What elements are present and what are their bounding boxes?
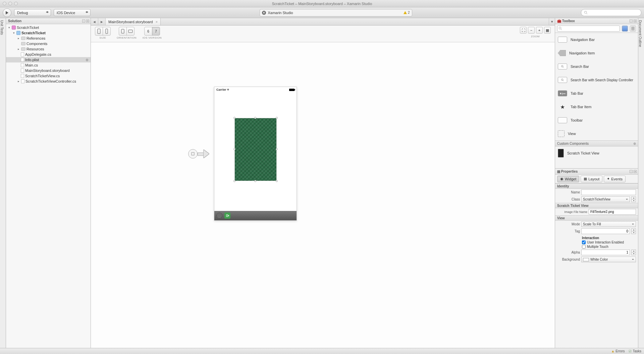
property-class-combo[interactable]: ScratchTicketView: [581, 196, 630, 202]
status-display: ✕ Xamarin Studio 2: [260, 9, 412, 16]
properties-tab-widget[interactable]: ◉ Widget: [557, 176, 579, 182]
zoom-window[interactable]: [14, 2, 18, 5]
resize-handle[interactable]: [233, 180, 235, 182]
custom-components-section[interactable]: Custom Components⊕: [555, 140, 638, 146]
property-background-combo[interactable]: White Color: [581, 257, 636, 262]
tab-close-icon[interactable]: ×: [156, 20, 158, 24]
main-toolbar: Debug iOS Device ✕ Xamarin Studio 2: [0, 7, 644, 18]
ios6-button[interactable]: 6: [144, 27, 152, 36]
file-infoplist[interactable]: Info.plist ⚙: [6, 57, 91, 62]
segue-arrow-icon: [198, 150, 210, 158]
tabs-dropdown[interactable]: ▾: [549, 18, 555, 25]
solution-tree: ScratchTicket ScratchTicket References C…: [6, 24, 91, 348]
multiple-touch-checkbox[interactable]: [582, 245, 586, 249]
document-outline-tab[interactable]: Document Outline: [638, 18, 642, 47]
zoom-in-button[interactable]: +: [536, 27, 543, 34]
properties-icon: ▤: [557, 170, 560, 173]
references-folder[interactable]: References: [6, 36, 91, 41]
run-button[interactable]: [3, 8, 11, 17]
toolbox-item-tab-bar-item[interactable]: ★Tab Bar Item: [555, 100, 638, 114]
size-phone5-button[interactable]: [103, 27, 111, 36]
configuration-dropdown[interactable]: Debug: [14, 9, 51, 16]
ios7-button[interactable]: 7: [152, 27, 160, 36]
toolbox-view-list[interactable]: [630, 26, 636, 32]
toolbox-item-search-display[interactable]: Search Bar with Search Display Controlle…: [555, 73, 638, 87]
unit-tests-tab[interactable]: Unit Tests: [0, 18, 4, 35]
toolbox-item-search-bar[interactable]: Search Bar: [555, 60, 638, 73]
minimize-window[interactable]: [8, 2, 12, 5]
gear-icon[interactable]: ⚙: [86, 58, 89, 62]
toolbox-item-navigation-bar[interactable]: Navigation Bar: [555, 33, 638, 46]
property-mode-combo[interactable]: Scale To Fill: [581, 221, 636, 227]
property-alpha-input[interactable]: [581, 250, 630, 255]
file-appdelegate[interactable]: AppDelegate.cs: [6, 52, 91, 57]
size-phone-button[interactable]: [95, 27, 103, 36]
global-search[interactable]: [581, 9, 641, 16]
search-input[interactable]: [589, 11, 638, 15]
toolbox-item-view[interactable]: View: [555, 127, 638, 140]
resize-handle[interactable]: [276, 148, 278, 150]
properties-tab-layout[interactable]: ▦ Layout: [581, 176, 602, 182]
toolbox-search-input[interactable]: [557, 26, 620, 32]
view-controller[interactable]: Carrier ᯤ: [214, 87, 297, 221]
resize-handle[interactable]: [254, 180, 256, 182]
property-tag-input[interactable]: [581, 228, 630, 234]
panel-options[interactable]: ▫: [82, 19, 85, 23]
tab-storyboard[interactable]: MainStoryboard.storyboard ×: [106, 18, 161, 25]
file-scratchticketview[interactable]: ScratchTicketView.cs: [6, 73, 91, 79]
entry-point-marker[interactable]: [188, 149, 210, 159]
orientation-portrait-button[interactable]: [119, 27, 127, 36]
warnings-indicator[interactable]: 2: [404, 11, 410, 14]
first-responder-icon[interactable]: [216, 213, 222, 219]
svg-rect-3: [98, 29, 100, 34]
alpha-stepper[interactable]: ▴▾: [631, 250, 636, 255]
nav-back-button[interactable]: ◂: [91, 18, 98, 25]
resize-handle[interactable]: [254, 117, 256, 119]
tag-stepper[interactable]: ▴▾: [631, 228, 636, 234]
toolbox-icon: 🧰: [557, 19, 561, 23]
property-name-input[interactable]: [581, 189, 636, 195]
toolbox-item-scratch-ticket[interactable]: Scratch Ticket View: [555, 146, 638, 160]
resources-folder[interactable]: Resources: [6, 46, 91, 52]
device-dropdown[interactable]: iOS Device: [54, 9, 91, 16]
status-bar-preview: Carrier ᯤ: [214, 87, 297, 92]
zoom-actual-button[interactable]: ▦: [544, 27, 551, 34]
resize-handle[interactable]: [276, 180, 278, 182]
properties-tab-events[interactable]: ✦ Events: [604, 176, 626, 182]
right-rail: Document Outline: [638, 18, 644, 348]
panel-close[interactable]: ×: [86, 19, 89, 23]
property-image-input[interactable]: [589, 209, 636, 215]
errors-pad-button[interactable]: ▲Errors: [611, 349, 625, 353]
panel-close[interactable]: ×: [634, 170, 637, 173]
zoom-fit-button[interactable]: ⛶: [520, 27, 527, 34]
file-viewcontroller[interactable]: ScratchTicketViewController.cs: [6, 79, 91, 84]
exit-icon[interactable]: [224, 213, 230, 219]
panel-close[interactable]: ×: [634, 19, 637, 23]
add-component-button[interactable]: ⊕: [633, 142, 636, 145]
user-interaction-checkbox[interactable]: [582, 240, 586, 244]
toolbox-item-navigation-item[interactable]: Navigation Item: [555, 46, 638, 60]
resize-handle[interactable]: [233, 117, 235, 119]
scratch-ticket-view[interactable]: [234, 118, 277, 181]
toolbox-item-tab-bar[interactable]: ★|•••Tab Bar: [555, 87, 638, 100]
design-canvas[interactable]: Carrier ᯤ: [91, 42, 555, 348]
class-stepper[interactable]: ▴▾: [631, 196, 636, 202]
toolbox-view-grid[interactable]: [622, 26, 628, 32]
project-node[interactable]: ScratchTicket: [6, 30, 91, 36]
scene-dock[interactable]: [214, 211, 297, 220]
panel-options[interactable]: ▫: [630, 19, 633, 23]
close-window[interactable]: [3, 2, 6, 5]
orientation-landscape-button[interactable]: [126, 27, 135, 36]
entry-icon: [191, 152, 195, 156]
file-storyboard[interactable]: MainStoryboard.storyboard: [6, 68, 91, 73]
solution-node[interactable]: ScratchTicket: [6, 25, 91, 30]
file-main[interactable]: Main.cs: [6, 62, 91, 68]
zoom-out-button[interactable]: −: [528, 27, 535, 34]
components-folder[interactable]: Components: [6, 41, 91, 46]
toolbox-item-toolbar[interactable]: Toolbar: [555, 114, 638, 127]
resize-handle[interactable]: [276, 117, 278, 119]
panel-options[interactable]: ▫: [630, 170, 633, 173]
tasks-pad-button[interactable]: ☑Tasks: [629, 349, 641, 353]
resize-handle[interactable]: [233, 148, 235, 150]
nav-forward-button[interactable]: ▸: [98, 18, 106, 25]
